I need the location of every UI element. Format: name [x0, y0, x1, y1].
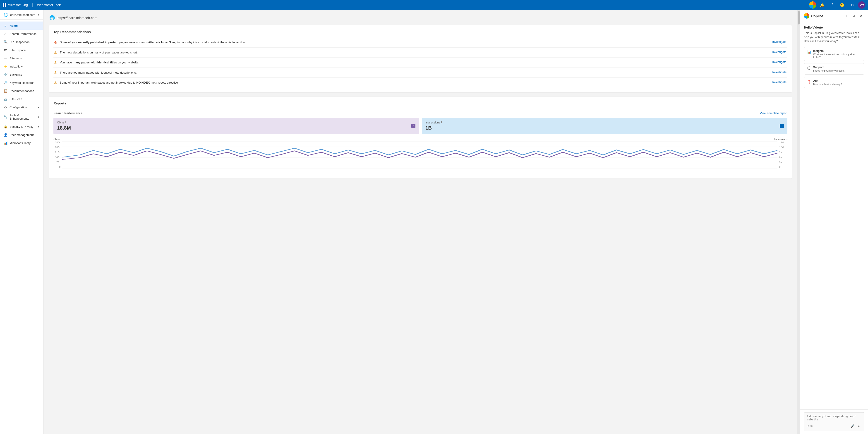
clicks-checkbox[interactable]: ✓ [411, 124, 415, 128]
clicks-label: Clicks ℹ [57, 121, 71, 124]
recommendation-text: Some of your important web pages are not… [60, 80, 769, 85]
recommendation-text: You have many pages with identical title… [60, 60, 769, 65]
sidebar-item-recommendations[interactable]: 📋 Recommendations [0, 87, 43, 95]
url-inspection-icon: 🔍 [4, 40, 7, 44]
recommendations-icon: 📋 [4, 89, 7, 93]
sidebar-section-configuration[interactable]: ⚙ Configuration ▼ [0, 103, 43, 111]
copilot-input-area: 0/500 🎤 ➤ [804, 412, 864, 431]
user-avatar[interactable]: VW [858, 1, 865, 9]
site-selector[interactable]: 🌐 learn.microsoft.com ▼ [0, 10, 43, 20]
copilot-input[interactable] [807, 415, 862, 421]
chart-impressions-label: Impressions [774, 138, 787, 140]
section-chevron-icon: ▼ [37, 125, 40, 128]
impressions-info-icon[interactable]: ℹ [441, 121, 442, 124]
tools-icon: 🔧 [4, 115, 7, 119]
sidebar-section-security[interactable]: 🔒 Security & Privacy ▼ [0, 122, 43, 131]
error-icon: ⊘ [54, 40, 58, 45]
search-performance-icon: ↗ [4, 32, 7, 35]
main-content: 🌐 https://learn.microsoft.com Top Recomm… [43, 10, 797, 434]
sidebar-item-url-inspection[interactable]: 🔍 URL Inspection [0, 38, 43, 46]
bing-copilot-icon[interactable] [809, 1, 816, 9]
impressions-value: 1B [425, 125, 442, 131]
copilot-history-button[interactable]: ↺ [851, 13, 857, 19]
top-bar-left: Microsoft Bing | Webmaster Tools [3, 3, 809, 7]
sidebar-item-site-scan[interactable]: 🔬 Site Scan [0, 95, 43, 103]
search-performance-label: Search Performance [54, 111, 83, 115]
feedback-icon[interactable]: 🙂 [838, 1, 846, 9]
sidebar-item-label: Site Explorer [9, 49, 26, 52]
chart-labels-top: Clicks Impressions [54, 138, 787, 140]
recommendation-text: There are too many pages with identical … [60, 70, 769, 75]
investigate-button[interactable]: Investigate [771, 80, 787, 84]
suggestion-description: I need help with my website. [813, 69, 844, 72]
sidebar-item-user-management[interactable]: 👤 User management [0, 131, 43, 139]
sidebar-item-search-performance[interactable]: ↗ Search Performance [0, 30, 43, 38]
view-complete-report-link[interactable]: View complete report [760, 111, 787, 115]
copilot-add-button[interactable]: + [843, 13, 850, 19]
investigate-button[interactable]: Investigate [771, 70, 787, 74]
clicks-metric-card: Clicks ℹ 18.8M ✓ [54, 118, 419, 134]
scroll-indicator[interactable] [797, 10, 800, 434]
section-chevron-icon: ▼ [37, 116, 40, 118]
scroll-thumb[interactable] [798, 11, 800, 25]
notification-icon[interactable]: 🔔 [818, 1, 826, 9]
investigate-button[interactable]: Investigate [771, 50, 787, 54]
site-explorer-icon: 🗺 [4, 48, 7, 52]
url-globe-icon: 🌐 [49, 15, 55, 21]
reports-card: Reports Search Performance View complete… [49, 97, 792, 178]
home-icon: ⌂ [4, 24, 7, 27]
sitemaps-icon: ☰ [4, 56, 7, 60]
insights-icon: 📊 [807, 50, 811, 54]
sidebar-item-sitemaps[interactable]: ☰ Sitemaps [0, 54, 43, 62]
warning-icon: ⚠ [54, 81, 58, 85]
chart-y-axis-left: 350K 280K 210K 140K 70K 0 [54, 141, 61, 169]
sidebar-item-label: Keyword Research [9, 81, 34, 85]
sidebar-navigation: ⌂ Home ↗ Search Performance 🔍 URL Inspec… [0, 20, 43, 434]
help-icon[interactable]: ? [828, 1, 836, 9]
copilot-suggestion-support[interactable]: 💬 Support I need help with my website. [804, 63, 864, 75]
sidebar-item-backlinks[interactable]: 🔗 Backlinks [0, 70, 43, 79]
top-bar-right: 🔔 ? 🙂 ⚙ VW [809, 1, 865, 9]
section-label: Configuration [9, 106, 27, 109]
copilot-close-button[interactable]: ✕ [858, 13, 864, 19]
url-bar: 🌐 https://learn.microsoft.com [49, 15, 792, 21]
recommendation-item: ⊘ Some of your recently published import… [54, 37, 787, 48]
copilot-suggestion-ask[interactable]: ❓ Ask How to submit a sitemap? [804, 77, 864, 88]
sidebar-item-label: Microsoft Clarity [9, 141, 31, 145]
suggestion-content: Ask How to submit a sitemap? [813, 79, 842, 86]
investigate-button[interactable]: Investigate [771, 60, 787, 64]
sidebar-item-site-explorer[interactable]: 🗺 Site Explorer [0, 46, 43, 54]
sidebar-item-label: Sitemaps [9, 57, 22, 60]
sidebar-item-microsoft-clarity[interactable]: 📊 Microsoft Clarity [0, 139, 43, 147]
copilot-panel: Copilot + ↺ ✕ Hello Valerie This is Copi… [800, 10, 868, 434]
configuration-icon: ⚙ [4, 105, 7, 109]
sidebar-item-label: Site Scan [9, 97, 22, 101]
sidebar-item-label: Home [9, 24, 18, 27]
sidebar-item-label: URL Inspection [9, 40, 29, 44]
sidebar-item-keyword-research[interactable]: 🔎 Keyword Research [0, 79, 43, 87]
settings-icon[interactable]: ⚙ [848, 1, 856, 9]
brand-logo[interactable]: Microsoft Bing [3, 3, 28, 7]
top-navigation-bar: Microsoft Bing | Webmaster Tools 🔔 ? 🙂 ⚙… [0, 0, 868, 10]
sidebar-section-tools[interactable]: 🔧 Tools & Enhancements ▼ [0, 111, 43, 122]
impressions-metric-card: Impressions ℹ 1B ✓ [422, 118, 787, 134]
recommendation-item: ⚠ Some of your important web pages are n… [54, 78, 787, 88]
sidebar-item-indexnow[interactable]: ⚡ IndexNow [0, 62, 43, 70]
copilot-suggestion-insights[interactable]: 📊 Insights What are the recent trends in… [804, 47, 864, 61]
copilot-body: Hello Valerie This is Copilot in Bing We… [800, 22, 868, 409]
impressions-checkbox[interactable]: ✓ [780, 124, 784, 128]
clicks-info-icon[interactable]: ℹ [65, 121, 66, 124]
chart-clicks-label: Clicks [54, 138, 60, 140]
suggestion-content: Support I need help with my website. [813, 66, 844, 72]
copilot-header-actions: + ↺ ✕ [843, 13, 864, 19]
sidebar-item-home[interactable]: ⌂ Home [0, 22, 43, 30]
investigate-button[interactable]: Investigate [771, 40, 787, 44]
recommendations-title: Top Recommendations [54, 30, 787, 34]
recommendation-item: ⚠ You have many pages with identical tit… [54, 58, 787, 68]
copilot-send-button[interactable]: ➤ [856, 423, 862, 429]
clarity-icon: 📊 [4, 141, 7, 145]
char-count: 0/500 [807, 425, 812, 428]
chart-svg [62, 141, 777, 169]
copilot-voice-button[interactable]: 🎤 [850, 423, 855, 429]
copilot-title: Copilot [811, 14, 842, 18]
